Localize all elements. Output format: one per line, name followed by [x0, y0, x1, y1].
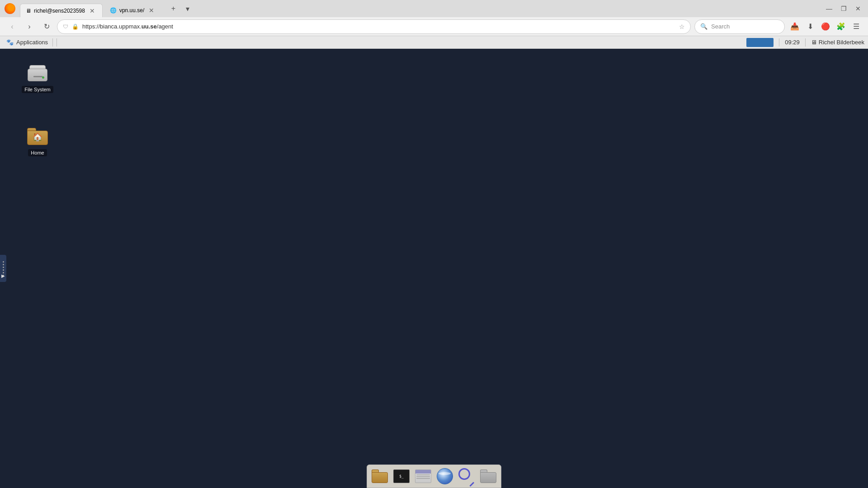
firefox-icon	[4, 2, 16, 15]
tab-vpn[interactable]: 🌐 vpn.uu.se/ ✕	[104, 4, 161, 17]
forward-button[interactable]: ›	[23, 20, 36, 33]
search-placeholder: Search	[711, 23, 730, 30]
filesystem-label: File System	[22, 86, 53, 93]
back-button[interactable]: ‹	[5, 20, 19, 33]
pocket-button[interactable]: 📥	[788, 20, 801, 33]
taskbar: $_	[367, 465, 501, 488]
tab-favicon-terminal: 🖥	[26, 8, 31, 14]
panel-divider	[52, 38, 53, 47]
taskbar-file-manager[interactable]	[413, 466, 433, 486]
panel-right: 09:29 🖥 Richel Bilderbeek	[746, 38, 864, 47]
tab-list-button[interactable]: ▾	[181, 2, 194, 15]
panel-divider4	[805, 38, 806, 47]
menu-button[interactable]: ☰	[850, 20, 863, 33]
shield-icon: 🛡	[63, 23, 68, 30]
panel-clock: 09:29	[785, 39, 800, 46]
window-controls: — ❐ ✕	[823, 2, 864, 15]
tab-favicon-globe: 🌐	[110, 7, 117, 14]
home-label: Home	[28, 149, 47, 156]
minimize-button[interactable]: —	[823, 2, 835, 15]
firefox-account-icon[interactable]: 🔴	[819, 20, 832, 33]
search-icon: 🔍	[700, 23, 708, 30]
close-button[interactable]: ✕	[852, 2, 864, 15]
taskbar-folder-misc[interactable]	[478, 466, 498, 486]
reload-button[interactable]: ↻	[40, 20, 53, 33]
user-menu[interactable]: 🖥 Richel Bilderbeek	[811, 39, 864, 46]
home-icon[interactable]: 🏠 Home	[17, 126, 58, 156]
search-bar[interactable]: 🔍 Search	[694, 19, 785, 34]
gnome-footprint-icon: 🐾	[6, 39, 14, 46]
bookmark-star-icon[interactable]: ☆	[679, 23, 685, 30]
extensions-button[interactable]: 🧩	[835, 20, 847, 33]
applications-label: Applications	[16, 39, 48, 46]
user-label: Richel Bilderbeek	[819, 39, 864, 46]
tab-label: vpn.uu.se/	[119, 7, 144, 14]
nav-bar: ‹ › ↻ 🛡 🔒 https://bianca.uppmax.uu.se/ag…	[0, 17, 868, 36]
side-panel-toggle[interactable]: ▶	[0, 255, 6, 282]
tab-richel[interactable]: 🖥 richel@sens2023598 ✕	[20, 4, 103, 17]
new-tab-button[interactable]: +	[167, 2, 179, 15]
taskbar-search[interactable]	[457, 466, 476, 486]
panel-divider2	[57, 38, 57, 47]
nav-extras: 📥 ⬇ 🔴 🧩 ☰	[788, 20, 863, 33]
url-display: https://bianca.uppmax.uu.se/agent	[82, 23, 173, 30]
gnome-panel: 🐾 Applications 09:29 🖥 Richel Bilderbeek	[0, 36, 868, 49]
taskbar-folder-home[interactable]	[370, 466, 390, 486]
address-bar[interactable]: 🛡 🔒 https://bianca.uppmax.uu.se/agent ☆	[57, 19, 691, 34]
desktop: File System 🏠 Home	[0, 49, 868, 488]
tab-bar: 🖥 richel@sens2023598 ✕ 🌐 vpn.uu.se/ ✕ + …	[0, 0, 868, 17]
filesystem-icon[interactable]: File System	[17, 62, 58, 93]
tab-label: richel@sens2023598	[34, 8, 85, 14]
tab-close-button[interactable]: ✕	[147, 6, 156, 15]
browser-window: 🖥 richel@sens2023598 ✕ 🌐 vpn.uu.se/ ✕ + …	[0, 0, 868, 488]
tab-actions: + ▾	[167, 2, 194, 15]
lock-icon: 🔒	[72, 23, 79, 30]
taskbar-terminal[interactable]: $_	[392, 466, 411, 486]
download-button[interactable]: ⬇	[804, 20, 816, 33]
panel-divider3	[779, 38, 779, 47]
applications-menu[interactable]: 🐾 Applications	[4, 38, 51, 47]
tab-close-button[interactable]: ✕	[88, 6, 97, 15]
panel-blue-applet[interactable]	[746, 38, 774, 47]
side-panel-arrow-icon: ▶	[1, 273, 5, 278]
taskbar-browser[interactable]	[435, 466, 455, 486]
user-icon: 🖥	[811, 39, 817, 46]
maximize-button[interactable]: ❐	[837, 2, 850, 15]
